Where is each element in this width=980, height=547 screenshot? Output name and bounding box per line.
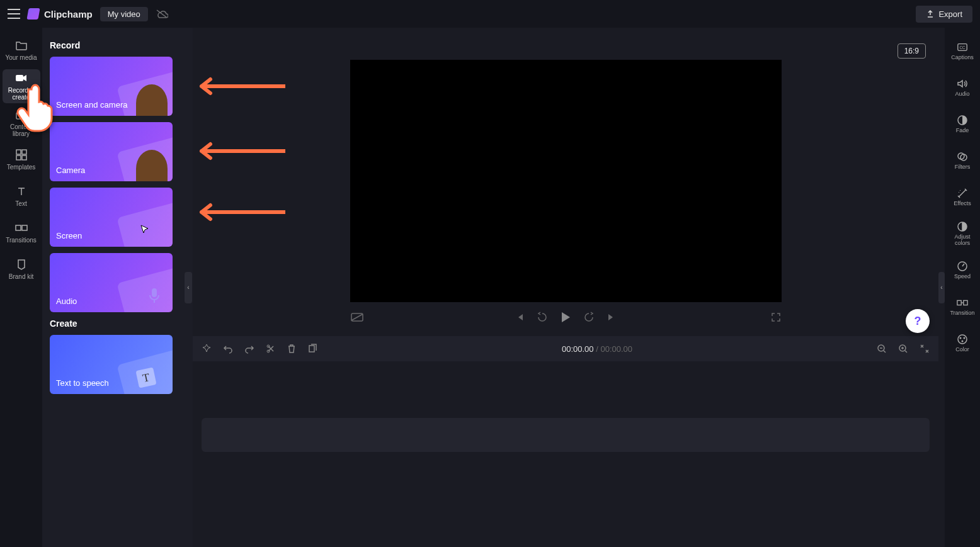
record-create-panel: Record Screen and camera Camera Screen A… (42, 28, 184, 547)
aspect-ratio-button[interactable]: 16:9 (897, 43, 926, 59)
sidebar-label: Your media (5, 54, 37, 61)
fullscreen-icon[interactable] (770, 312, 782, 323)
effects-icon (957, 188, 968, 199)
card-camera[interactable]: Camera (50, 122, 173, 181)
left-sidebar: Your media Record & create Content libra… (0, 28, 42, 547)
cursor-icon (139, 224, 151, 235)
right-item-captions[interactable]: CC Captions (947, 35, 978, 67)
collapse-panel-button[interactable]: ‹ (185, 272, 192, 303)
speed-icon (957, 261, 968, 272)
help-button[interactable]: ? (906, 309, 930, 333)
collapse-right-button[interactable]: ‹ (938, 272, 945, 303)
timeline[interactable] (193, 361, 938, 547)
timeline-track[interactable] (202, 418, 930, 452)
right-label: Adjust colors (947, 234, 978, 247)
right-item-speed[interactable]: Speed (947, 254, 978, 286)
sidebar-item-your-media[interactable]: Your media (3, 33, 40, 67)
right-sidebar: CC Captions Audio Fade Filters (945, 28, 980, 547)
card-label: Text to speech (56, 378, 109, 388)
fit-icon[interactable] (920, 344, 930, 354)
prev-frame-icon[interactable] (515, 312, 525, 322)
transitions-icon (15, 222, 28, 234)
duration: 00:00.00 (600, 344, 632, 354)
center-area: 16:9 (193, 28, 938, 547)
sidebar-label: Text (15, 200, 26, 207)
sidebar-label: Templates (7, 164, 36, 171)
undo-icon[interactable] (223, 344, 233, 354)
right-item-filters[interactable]: Filters (947, 145, 978, 176)
card-label: Screen and camera (56, 100, 127, 110)
color-icon (957, 334, 968, 345)
captions-icon: CC (957, 42, 968, 53)
svg-text:CC: CC (960, 45, 966, 49)
sidebar-label: Brand kit (9, 273, 33, 280)
right-item-audio[interactable]: Audio (947, 72, 978, 103)
top-bar: Clipchamp My video Export (0, 0, 980, 28)
redo-icon[interactable] (244, 344, 254, 354)
text-icon (15, 185, 28, 198)
right-label: Transition (950, 310, 974, 317)
camera-icon (15, 72, 28, 84)
fade-icon (957, 115, 968, 126)
right-item-color[interactable]: Color (947, 327, 978, 359)
right-item-transition[interactable]: Transition (947, 291, 978, 322)
card-screen-and-camera[interactable]: Screen and camera (50, 57, 173, 116)
svg-rect-1 (16, 113, 26, 119)
brand-kit-icon (15, 258, 28, 271)
right-label: Captions (951, 55, 974, 61)
transition-icon (957, 297, 968, 308)
current-time: 00:00.00 (562, 344, 594, 354)
sidebar-item-record-create[interactable]: Record & create (3, 69, 40, 103)
right-item-adjust-colors[interactable]: Adjust colors (947, 218, 978, 249)
svg-rect-23 (957, 300, 961, 305)
brand[interactable]: Clipchamp (28, 8, 93, 20)
filters-icon (957, 151, 968, 162)
panel-collapse-strip: ‹ (184, 28, 193, 547)
right-item-fade[interactable]: Fade (947, 108, 978, 140)
card-audio[interactable]: Audio (50, 253, 173, 312)
svg-point-27 (964, 337, 966, 339)
delete-icon[interactable] (287, 344, 296, 354)
svg-rect-3 (16, 150, 21, 154)
cloud-off-icon[interactable] (156, 9, 168, 19)
upload-icon (926, 9, 935, 18)
mic-icon (147, 287, 166, 306)
right-item-effects[interactable]: Effects (947, 181, 978, 213)
panel-section-record: Record (50, 40, 176, 50)
sidebar-label: Transitions (6, 237, 37, 244)
sidebar-item-text[interactable]: Text (3, 179, 40, 213)
menu-icon[interactable] (8, 9, 20, 19)
svg-point-28 (962, 340, 964, 342)
next-frame-icon[interactable] (607, 312, 617, 322)
sidebar-item-brand-kit[interactable]: Brand kit (3, 252, 40, 286)
sidebar-item-templates[interactable]: Templates (3, 142, 40, 176)
project-name[interactable]: My video (100, 7, 148, 21)
duplicate-icon[interactable] (307, 344, 317, 354)
time-display: 00:00.00 / 00:00.00 (562, 344, 632, 354)
skip-back-icon[interactable] (536, 311, 549, 324)
right-label: Color (955, 347, 969, 353)
safe-zones-icon[interactable] (350, 312, 364, 323)
sidebar-label: Record & create (3, 87, 40, 101)
export-button[interactable]: Export (916, 6, 972, 23)
right-label: Audio (955, 91, 969, 98)
right-label: Effects (954, 201, 971, 207)
zoom-in-icon[interactable] (898, 344, 908, 354)
export-label: Export (938, 9, 962, 19)
folder-icon (15, 39, 28, 52)
split-icon[interactable] (266, 344, 276, 354)
preview-area: 16:9 (193, 28, 938, 336)
svg-point-25 (958, 335, 967, 344)
svg-rect-2 (18, 111, 25, 112)
zoom-out-icon[interactable] (877, 344, 887, 354)
card-screen[interactable]: Screen (50, 188, 173, 247)
card-text-to-speech[interactable]: T Text to speech (50, 335, 173, 394)
video-preview[interactable] (350, 60, 782, 302)
sidebar-item-transitions[interactable]: Transitions (3, 215, 40, 249)
ai-icon[interactable] (202, 344, 212, 354)
sidebar-item-content-library[interactable]: Content library (3, 106, 40, 140)
skip-forward-icon[interactable] (583, 311, 595, 324)
timeline-toolbar: 00:00.00 / 00:00.00 (193, 336, 938, 361)
play-button[interactable] (560, 311, 571, 324)
right-label: Fade (956, 128, 969, 134)
